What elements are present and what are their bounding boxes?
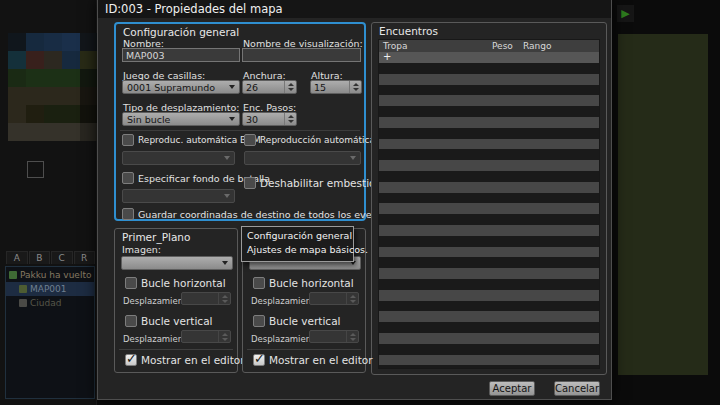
palette-tile xyxy=(26,105,44,123)
encounter-row[interactable] xyxy=(379,279,599,290)
encounter-row[interactable] xyxy=(379,139,599,150)
loop-v-checkbox[interactable] xyxy=(253,315,265,327)
encounter-row[interactable] xyxy=(379,106,599,117)
bgm-select xyxy=(122,151,235,165)
loop-v-checkbox-row[interactable]: Bucle vertical xyxy=(253,315,341,327)
map-tree-item-label: MAP001 xyxy=(30,284,67,294)
column-troop: Tropa xyxy=(379,41,492,51)
scroll-h-stepper xyxy=(309,292,359,305)
encounters-header-row: Tropa Peso Rango xyxy=(379,40,599,52)
encounter-row[interactable] xyxy=(379,268,599,279)
palette-tile xyxy=(62,69,80,87)
battleback-checkbox[interactable] xyxy=(122,172,134,184)
encounter-row[interactable] xyxy=(379,225,599,236)
tile-palette-grid xyxy=(8,33,98,141)
save-coords-label: Guardar coordinadas de destino de todos … xyxy=(138,209,395,220)
loop-h-checkbox-row[interactable]: Bucle horizontal xyxy=(125,277,226,289)
tooltip: Configuración general Ajustes de mapa bá… xyxy=(241,226,354,262)
display-name-input[interactable] xyxy=(242,48,361,62)
loop-h-checkbox-row[interactable]: Bucle horizontal xyxy=(253,277,354,289)
enc-steps-stepper[interactable]: 30 xyxy=(242,112,297,126)
encounter-row[interactable] xyxy=(379,290,599,301)
stepper-arrows-icon[interactable] xyxy=(349,81,361,93)
encounter-row[interactable] xyxy=(379,117,599,128)
encounter-row[interactable] xyxy=(379,311,599,322)
encounter-row[interactable] xyxy=(379,257,599,268)
name-input[interactable]: MAP003 xyxy=(122,48,240,62)
encounter-row[interactable] xyxy=(379,149,599,160)
stepper-arrows-icon[interactable] xyxy=(284,81,296,93)
disable-dash-checkbox-row[interactable]: Deshabilitar embestida xyxy=(244,177,382,189)
encounter-row[interactable] xyxy=(379,128,599,139)
loop-v-checkbox[interactable] xyxy=(125,315,137,327)
autoplay-bgs-checkbox[interactable] xyxy=(244,134,256,146)
encounter-row[interactable] xyxy=(379,95,599,106)
cancel-button[interactable]: Cancelar xyxy=(554,381,600,396)
encounter-row[interactable] xyxy=(379,214,599,225)
map-tree-item: MAP001 xyxy=(6,282,94,296)
loop-h-checkbox[interactable] xyxy=(125,277,137,289)
project-icon xyxy=(9,271,17,279)
encounter-row[interactable] xyxy=(379,247,599,258)
encounter-row[interactable] xyxy=(379,333,599,344)
encounter-row[interactable] xyxy=(379,63,599,74)
map-properties-dialog: ID:003 - Propiedades del mapa Configurac… xyxy=(97,0,612,400)
divider xyxy=(119,349,233,350)
encounter-row[interactable] xyxy=(379,171,599,182)
width-stepper[interactable]: 26 xyxy=(242,80,297,94)
show-editor-checkbox[interactable] xyxy=(125,354,137,366)
palette-tile xyxy=(62,87,80,105)
encounter-row[interactable] xyxy=(379,160,599,171)
show-editor-label: Mostrar en el editor xyxy=(269,354,373,366)
show-editor-checkbox[interactable] xyxy=(253,354,265,366)
dialog-title: ID:003 - Propiedades del mapa xyxy=(105,2,283,16)
encounter-row[interactable] xyxy=(379,236,599,247)
encounter-row[interactable] xyxy=(379,344,599,355)
palette-tile xyxy=(62,123,80,141)
save-coords-checkbox[interactable] xyxy=(122,208,134,220)
loop-v-label: Bucle vertical xyxy=(141,315,213,327)
palette-tile xyxy=(80,105,98,123)
foreground-image-select[interactable] xyxy=(121,256,233,270)
palette-tile xyxy=(8,69,26,87)
palette-tile xyxy=(44,69,62,87)
palette-tile xyxy=(62,33,80,51)
encounter-row[interactable] xyxy=(379,85,599,96)
dialog-titlebar[interactable]: ID:003 - Propiedades del mapa xyxy=(98,0,611,18)
save-coords-checkbox-row[interactable]: Guardar coordinadas de destino de todos … xyxy=(122,208,395,220)
project-label: Pakku ha vuelto xyxy=(20,270,91,280)
chevron-down-icon xyxy=(224,194,230,198)
general-settings-panel: Configuración general Nombre: MAP003 Nom… xyxy=(114,22,366,221)
encounter-row[interactable] xyxy=(379,203,599,214)
encounter-row[interactable] xyxy=(379,301,599,312)
encounter-row[interactable] xyxy=(379,193,599,204)
encounter-row[interactable] xyxy=(379,74,599,85)
height-stepper[interactable]: 15 xyxy=(310,80,362,94)
scroll-type-select[interactable]: Sin bucle xyxy=(122,112,240,126)
encounter-row[interactable] xyxy=(379,182,599,193)
palette-tab-c: C xyxy=(51,251,73,264)
encounter-row[interactable] xyxy=(379,322,599,333)
encounters-title: Encuentros xyxy=(379,25,438,37)
palette-tile xyxy=(8,123,26,141)
autoplay-bgm-checkbox-row[interactable]: Reproduc. automática BGM xyxy=(122,134,261,146)
show-editor-checkbox-row[interactable]: Mostrar en el editor xyxy=(125,354,245,366)
column-range: Rango xyxy=(523,41,599,51)
tileset-select[interactable]: 0001 Supramundo xyxy=(122,80,240,94)
stepper-arrows-icon[interactable] xyxy=(284,113,296,125)
autoplay-bgm-label: Reproduc. automática BGM xyxy=(138,135,261,145)
show-editor-checkbox-row[interactable]: Mostrar en el editor xyxy=(253,354,373,366)
accept-button[interactable]: Aceptar xyxy=(489,381,535,396)
palette-tab-a: A xyxy=(6,251,28,264)
loop-v-checkbox-row[interactable]: Bucle vertical xyxy=(125,315,213,327)
stepper-arrows-icon xyxy=(346,331,358,342)
palette-tile xyxy=(80,33,98,51)
tile-palette-sidebar: ABCR Pakku ha vuelto MAP001Ciudad xyxy=(0,0,97,405)
encounter-row[interactable] xyxy=(379,355,599,366)
palette-tile xyxy=(26,87,44,105)
autoplay-bgm-checkbox[interactable] xyxy=(122,134,134,146)
loop-h-checkbox[interactable] xyxy=(253,277,265,289)
disable-dash-checkbox[interactable] xyxy=(244,177,256,189)
encounter-row[interactable] xyxy=(379,365,599,369)
add-encounter-row[interactable]: + xyxy=(379,52,599,63)
